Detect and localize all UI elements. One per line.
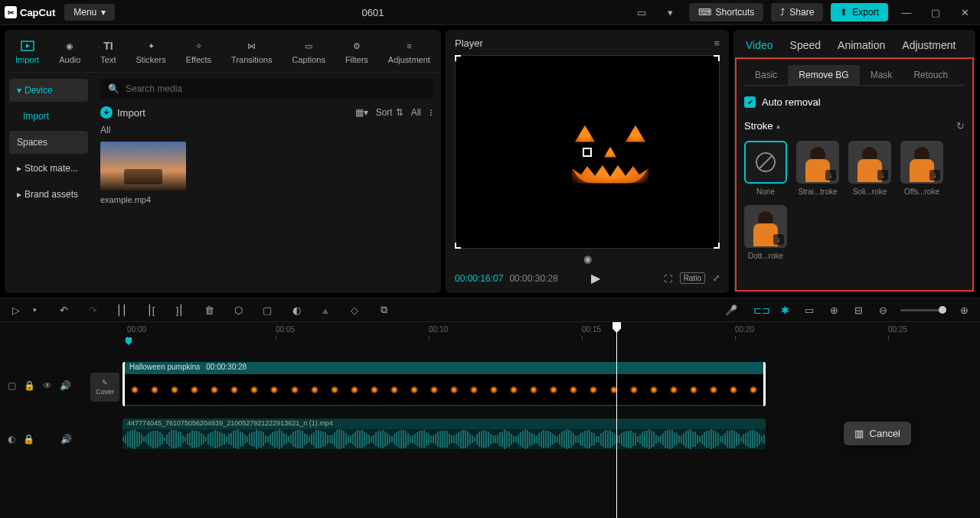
- stroke-thumb: [744, 141, 787, 184]
- import-media-button[interactable]: + Import: [100, 106, 145, 119]
- stroke-option-none[interactable]: None: [744, 141, 787, 196]
- maximize-button[interactable]: ▢: [925, 2, 946, 23]
- select-tool[interactable]: ▷: [9, 305, 23, 316]
- shortcuts-button[interactable]: ⌨ Shortcuts: [689, 3, 764, 21]
- sidebar-item-import[interactable]: Import: [9, 105, 88, 128]
- filter-all-button[interactable]: All: [411, 107, 421, 118]
- snap-toggle[interactable]: ⊏⊐: [753, 305, 767, 316]
- sidebar-item-stock[interactable]: ▸Stock mate...: [9, 157, 88, 180]
- tab-audio[interactable]: ◉Audio: [56, 36, 83, 72]
- tab-import[interactable]: Import: [12, 36, 42, 72]
- lock-icon[interactable]: 🔒: [24, 380, 35, 391]
- export-button[interactable]: ⬆ Export: [831, 3, 888, 21]
- sidebar-item-device[interactable]: ▾Device: [9, 79, 88, 102]
- tab-captions[interactable]: ▭Captions: [289, 36, 328, 72]
- close-button[interactable]: ✕: [954, 2, 975, 23]
- select-chevron[interactable]: ▾: [28, 306, 41, 314]
- subtab-removebg[interactable]: Remove BG: [788, 65, 859, 85]
- player-viewport[interactable]: [455, 55, 720, 249]
- track-toggle-icon[interactable]: ◐: [8, 434, 15, 445]
- tab-adjustment[interactable]: ≡Adjustment: [385, 36, 433, 72]
- minimize-button[interactable]: —: [896, 2, 917, 23]
- player-menu-icon[interactable]: ≡: [714, 37, 720, 49]
- grid-view-button[interactable]: ▦▾: [355, 107, 368, 118]
- tab-label: Filters: [345, 55, 368, 64]
- stroke-option-offset[interactable]: ↓ Offs...roke: [900, 141, 943, 196]
- crop-tool[interactable]: ⧉: [377, 304, 390, 316]
- inspector-tabs: Video Speed Animation Adjustment: [733, 30, 975, 57]
- align-tool[interactable]: ⊕: [827, 305, 841, 316]
- sort-button[interactable]: Sort ⇅: [376, 107, 403, 118]
- track-toggle-icon[interactable]: ▢: [8, 380, 16, 391]
- auto-removal-checkbox[interactable]: ✓ Auto removal: [744, 96, 965, 108]
- split-tool[interactable]: ⎮⎮: [115, 305, 129, 316]
- layout-chevron-icon[interactable]: ▾: [660, 2, 681, 23]
- media-item[interactable]: example.mp4: [100, 142, 186, 204]
- search-input[interactable]: 🔍 Search media: [100, 79, 433, 99]
- time-ruler[interactable]: 00:00 00:05 00:10 00:15 00:20 00:25: [122, 325, 980, 342]
- search-placeholder: Search media: [126, 83, 182, 94]
- reset-icon[interactable]: ↻: [956, 120, 965, 132]
- player-quality-icon[interactable]: ◉: [455, 253, 720, 265]
- eye-icon[interactable]: 👁: [43, 380, 52, 391]
- all-filter-label: All: [411, 107, 421, 118]
- layout-icon[interactable]: ▭: [631, 2, 652, 23]
- stroke-option-dotted[interactable]: ↓ Dott...roke: [744, 205, 787, 260]
- tab-filters[interactable]: ⚙Filters: [342, 36, 371, 72]
- rotate-tool[interactable]: ◇: [348, 305, 361, 316]
- subtab-mask[interactable]: Mask: [860, 65, 903, 85]
- link-toggle[interactable]: ✱: [778, 305, 792, 316]
- tab-adjustment-r[interactable]: Adjustment: [902, 39, 956, 51]
- zoom-fit-button[interactable]: ⊕: [957, 305, 971, 316]
- cover-button[interactable]: ✎ Cover: [90, 373, 119, 402]
- shield-tool[interactable]: ⬡: [231, 305, 245, 316]
- audio-track-controls: ◐ 🔒 🔊: [0, 434, 122, 445]
- zoom-slider[interactable]: [900, 309, 946, 311]
- playhead[interactable]: [616, 322, 617, 518]
- sidebar-item-brand[interactable]: ▸Brand assets: [9, 183, 88, 206]
- subtab-retouch[interactable]: Retouch: [903, 65, 959, 85]
- fullscreen-icon[interactable]: ⤢: [713, 273, 720, 283]
- preview-mode[interactable]: ▭: [802, 305, 816, 316]
- in-marker[interactable]: [126, 337, 132, 345]
- audio-clip[interactable]: 447774045_761075056204939_21005279212229…: [122, 419, 766, 449]
- mute-icon[interactable]: 🔊: [60, 380, 71, 391]
- tab-stickers[interactable]: ✦Stickers: [133, 36, 169, 72]
- mirror-tool[interactable]: ⟁: [318, 305, 332, 316]
- redo-button[interactable]: ↷: [86, 305, 100, 316]
- top-tabs: Import ◉Audio TIText ✦Stickers ✧Effects …: [5, 30, 441, 73]
- tab-speed[interactable]: Speed: [790, 39, 821, 51]
- lock-icon[interactable]: 🔒: [23, 434, 34, 445]
- tab-video[interactable]: Video: [746, 39, 773, 51]
- tab-animation[interactable]: Animation: [838, 39, 885, 51]
- reverse-tool[interactable]: ◐: [289, 305, 303, 316]
- keyboard-icon: ⌨: [698, 7, 711, 18]
- filter-icon[interactable]: ⫶: [429, 107, 433, 118]
- menu-button[interactable]: Menu ▾: [64, 4, 115, 21]
- frame-tool[interactable]: ▢: [260, 305, 274, 316]
- mute-icon[interactable]: 🔊: [60, 434, 72, 445]
- zoom-in-button[interactable]: ⊖: [876, 305, 890, 316]
- split-right-tool[interactable]: ]⎮: [173, 305, 187, 316]
- chevron-up-icon[interactable]: ▴: [776, 122, 780, 130]
- tab-effects[interactable]: ✧Effects: [183, 36, 214, 72]
- split-left-tool[interactable]: ⎮[: [144, 305, 158, 316]
- effects-icon: ✧: [191, 39, 206, 53]
- stroke-name: Strai...troke: [796, 187, 839, 196]
- tab-transitions[interactable]: ⋈Transitions: [228, 36, 275, 72]
- ratio-button[interactable]: Ratio: [680, 272, 705, 284]
- share-button[interactable]: ⤴ Share: [771, 3, 823, 21]
- play-button[interactable]: ▶: [591, 271, 600, 285]
- sidebar-item-spaces[interactable]: Spaces: [9, 131, 88, 154]
- delete-tool[interactable]: 🗑: [202, 305, 216, 316]
- video-clip[interactable]: Halloween pumpkins 00:00:30:28: [122, 362, 766, 406]
- undo-button[interactable]: ↶: [57, 305, 70, 316]
- tab-text[interactable]: TIText: [97, 36, 119, 72]
- stroke-option-solid[interactable]: ↓ Soli...roke: [848, 141, 891, 196]
- cancel-toast[interactable]: ▥ Cancel: [844, 422, 911, 445]
- stroke-option-straight[interactable]: ↓ Strai...troke: [796, 141, 839, 196]
- crop-icon[interactable]: ⛶: [664, 274, 672, 283]
- subtab-basic[interactable]: Basic: [744, 65, 788, 85]
- zoom-out-button[interactable]: ⊟: [851, 305, 865, 316]
- mic-button[interactable]: 🎤: [724, 305, 738, 316]
